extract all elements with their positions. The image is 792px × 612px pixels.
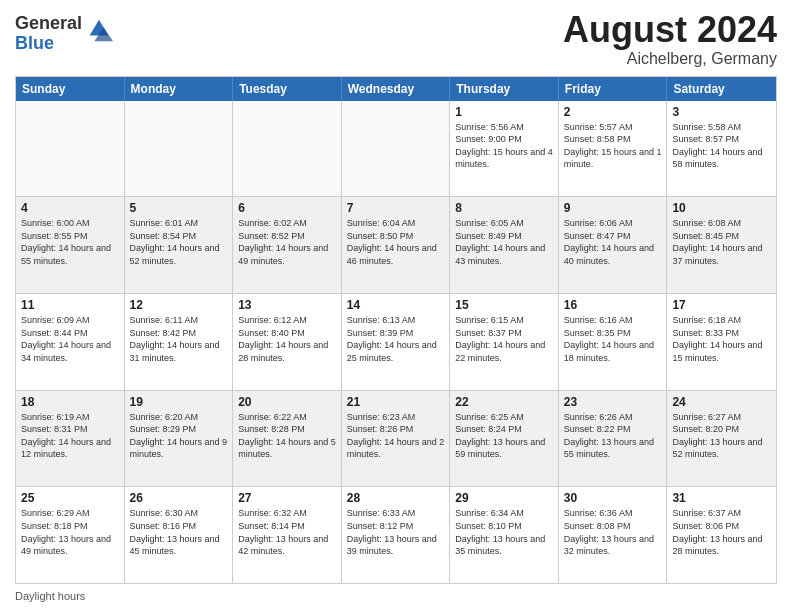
cal-header-cell: Tuesday [233, 77, 342, 101]
calendar-cell: 26Sunrise: 6:30 AMSunset: 8:16 PMDayligh… [125, 487, 234, 583]
calendar-row: 4Sunrise: 6:00 AMSunset: 8:55 PMDaylight… [16, 197, 776, 294]
day-info: Sunrise: 6:30 AMSunset: 8:16 PMDaylight:… [130, 507, 228, 557]
header: General Blue August 2024 Aichelberg, Ger… [15, 10, 777, 68]
day-info: Sunrise: 6:23 AMSunset: 8:26 PMDaylight:… [347, 411, 445, 461]
day-info: Sunrise: 6:00 AMSunset: 8:55 PMDaylight:… [21, 217, 119, 267]
cal-header-cell: Friday [559, 77, 668, 101]
cal-header-cell: Thursday [450, 77, 559, 101]
day-info: Sunrise: 6:16 AMSunset: 8:35 PMDaylight:… [564, 314, 662, 364]
cal-header-cell: Wednesday [342, 77, 451, 101]
day-number: 25 [21, 491, 119, 505]
cal-header-cell: Sunday [16, 77, 125, 101]
day-number: 24 [672, 395, 771, 409]
calendar-row: 1Sunrise: 5:56 AMSunset: 9:00 PMDaylight… [16, 101, 776, 198]
day-number: 22 [455, 395, 553, 409]
cal-header-cell: Saturday [667, 77, 776, 101]
day-number: 20 [238, 395, 336, 409]
day-info: Sunrise: 6:27 AMSunset: 8:20 PMDaylight:… [672, 411, 771, 461]
calendar-cell: 7Sunrise: 6:04 AMSunset: 8:50 PMDaylight… [342, 197, 451, 293]
calendar-cell: 22Sunrise: 6:25 AMSunset: 8:24 PMDayligh… [450, 391, 559, 487]
title-month: August 2024 [563, 10, 777, 50]
calendar-cell: 11Sunrise: 6:09 AMSunset: 8:44 PMDayligh… [16, 294, 125, 390]
day-number: 26 [130, 491, 228, 505]
day-info: Sunrise: 6:02 AMSunset: 8:52 PMDaylight:… [238, 217, 336, 267]
day-number: 30 [564, 491, 662, 505]
day-info: Sunrise: 6:13 AMSunset: 8:39 PMDaylight:… [347, 314, 445, 364]
calendar-cell: 30Sunrise: 6:36 AMSunset: 8:08 PMDayligh… [559, 487, 668, 583]
day-number: 21 [347, 395, 445, 409]
logo-blue: Blue [15, 34, 82, 54]
logo-text: General Blue [15, 14, 82, 54]
day-info: Sunrise: 6:26 AMSunset: 8:22 PMDaylight:… [564, 411, 662, 461]
cal-header-cell: Monday [125, 77, 234, 101]
calendar-cell: 2Sunrise: 5:57 AMSunset: 8:58 PMDaylight… [559, 101, 668, 197]
calendar-cell: 25Sunrise: 6:29 AMSunset: 8:18 PMDayligh… [16, 487, 125, 583]
day-info: Sunrise: 6:04 AMSunset: 8:50 PMDaylight:… [347, 217, 445, 267]
day-number: 12 [130, 298, 228, 312]
day-number: 7 [347, 201, 445, 215]
day-info: Sunrise: 6:12 AMSunset: 8:40 PMDaylight:… [238, 314, 336, 364]
calendar-cell: 10Sunrise: 6:08 AMSunset: 8:45 PMDayligh… [667, 197, 776, 293]
day-number: 2 [564, 105, 662, 119]
day-info: Sunrise: 6:32 AMSunset: 8:14 PMDaylight:… [238, 507, 336, 557]
calendar-cell: 13Sunrise: 6:12 AMSunset: 8:40 PMDayligh… [233, 294, 342, 390]
calendar-cell [233, 101, 342, 197]
day-info: Sunrise: 6:20 AMSunset: 8:29 PMDaylight:… [130, 411, 228, 461]
calendar-cell: 5Sunrise: 6:01 AMSunset: 8:54 PMDaylight… [125, 197, 234, 293]
day-number: 31 [672, 491, 771, 505]
calendar: SundayMondayTuesdayWednesdayThursdayFrid… [15, 76, 777, 584]
day-info: Sunrise: 6:36 AMSunset: 8:08 PMDaylight:… [564, 507, 662, 557]
day-info: Sunrise: 6:15 AMSunset: 8:37 PMDaylight:… [455, 314, 553, 364]
logo-general: General [15, 14, 82, 34]
calendar-cell: 17Sunrise: 6:18 AMSunset: 8:33 PMDayligh… [667, 294, 776, 390]
calendar-row: 18Sunrise: 6:19 AMSunset: 8:31 PMDayligh… [16, 391, 776, 488]
day-info: Sunrise: 6:22 AMSunset: 8:28 PMDaylight:… [238, 411, 336, 461]
day-info: Sunrise: 6:29 AMSunset: 8:18 PMDaylight:… [21, 507, 119, 557]
calendar-cell: 23Sunrise: 6:26 AMSunset: 8:22 PMDayligh… [559, 391, 668, 487]
footer: Daylight hours [15, 590, 777, 602]
day-number: 28 [347, 491, 445, 505]
calendar-cell: 9Sunrise: 6:06 AMSunset: 8:47 PMDaylight… [559, 197, 668, 293]
day-number: 14 [347, 298, 445, 312]
day-info: Sunrise: 6:18 AMSunset: 8:33 PMDaylight:… [672, 314, 771, 364]
day-number: 13 [238, 298, 336, 312]
day-number: 15 [455, 298, 553, 312]
day-info: Sunrise: 6:06 AMSunset: 8:47 PMDaylight:… [564, 217, 662, 267]
calendar-cell [125, 101, 234, 197]
calendar-cell: 19Sunrise: 6:20 AMSunset: 8:29 PMDayligh… [125, 391, 234, 487]
calendar-cell: 29Sunrise: 6:34 AMSunset: 8:10 PMDayligh… [450, 487, 559, 583]
calendar-cell: 4Sunrise: 6:00 AMSunset: 8:55 PMDaylight… [16, 197, 125, 293]
calendar-cell: 27Sunrise: 6:32 AMSunset: 8:14 PMDayligh… [233, 487, 342, 583]
day-info: Sunrise: 6:05 AMSunset: 8:49 PMDaylight:… [455, 217, 553, 267]
day-info: Sunrise: 5:56 AMSunset: 9:00 PMDaylight:… [455, 121, 553, 171]
calendar-cell: 20Sunrise: 6:22 AMSunset: 8:28 PMDayligh… [233, 391, 342, 487]
day-number: 1 [455, 105, 553, 119]
day-number: 29 [455, 491, 553, 505]
day-number: 8 [455, 201, 553, 215]
page: General Blue August 2024 Aichelberg, Ger… [0, 0, 792, 612]
calendar-cell: 12Sunrise: 6:11 AMSunset: 8:42 PMDayligh… [125, 294, 234, 390]
day-info: Sunrise: 6:08 AMSunset: 8:45 PMDaylight:… [672, 217, 771, 267]
logo-icon [85, 15, 113, 43]
day-number: 19 [130, 395, 228, 409]
day-info: Sunrise: 6:09 AMSunset: 8:44 PMDaylight:… [21, 314, 119, 364]
calendar-cell: 1Sunrise: 5:56 AMSunset: 9:00 PMDaylight… [450, 101, 559, 197]
day-number: 18 [21, 395, 119, 409]
calendar-cell [342, 101, 451, 197]
calendar-row: 11Sunrise: 6:09 AMSunset: 8:44 PMDayligh… [16, 294, 776, 391]
day-info: Sunrise: 6:37 AMSunset: 8:06 PMDaylight:… [672, 507, 771, 557]
calendar-cell: 28Sunrise: 6:33 AMSunset: 8:12 PMDayligh… [342, 487, 451, 583]
day-number: 27 [238, 491, 336, 505]
day-number: 11 [21, 298, 119, 312]
calendar-cell: 3Sunrise: 5:58 AMSunset: 8:57 PMDaylight… [667, 101, 776, 197]
daylight-hours-label: Daylight hours [15, 590, 85, 602]
day-info: Sunrise: 6:19 AMSunset: 8:31 PMDaylight:… [21, 411, 119, 461]
day-info: Sunrise: 5:58 AMSunset: 8:57 PMDaylight:… [672, 121, 771, 171]
day-number: 17 [672, 298, 771, 312]
calendar-cell [16, 101, 125, 197]
calendar-cell: 6Sunrise: 6:02 AMSunset: 8:52 PMDaylight… [233, 197, 342, 293]
day-info: Sunrise: 5:57 AMSunset: 8:58 PMDaylight:… [564, 121, 662, 171]
calendar-cell: 31Sunrise: 6:37 AMSunset: 8:06 PMDayligh… [667, 487, 776, 583]
day-number: 4 [21, 201, 119, 215]
calendar-cell: 18Sunrise: 6:19 AMSunset: 8:31 PMDayligh… [16, 391, 125, 487]
